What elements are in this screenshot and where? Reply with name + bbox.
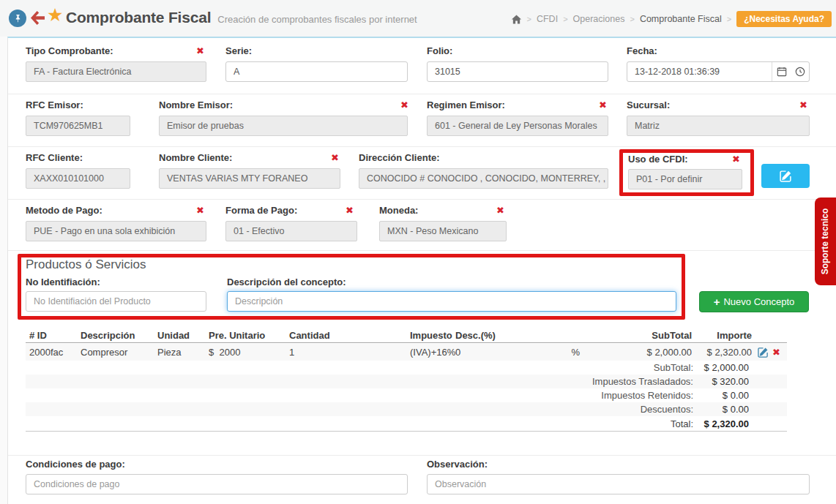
row-pre-unitario[interactable]: $ 2000: [209, 347, 289, 358]
required-icon: ✖: [732, 154, 740, 165]
forma-pago-label: Forma de Pago:: [225, 205, 297, 216]
nombre-cliente-field[interactable]: VENTAS VARIAS MTY FORANEO: [159, 168, 340, 189]
folio-label: Folio:: [427, 45, 452, 56]
summary-value: $ 0.00: [693, 404, 749, 415]
summary-label: Descuentos:: [26, 404, 693, 415]
rfc-emisor-field[interactable]: TCM970625MB1: [26, 116, 130, 136]
edit-cliente-button[interactable]: [761, 164, 810, 188]
folio-input[interactable]: [427, 61, 608, 82]
calendar-icon[interactable]: [772, 67, 791, 77]
pin-icon[interactable]: [9, 10, 26, 27]
pre-unitario-value[interactable]: 2000: [219, 347, 240, 358]
row-cantidad[interactable]: 1: [289, 347, 410, 358]
uso-cfdi-field[interactable]: P01 - Por definir: [628, 169, 742, 189]
required-icon: ✖: [331, 152, 339, 163]
summary-descuentos-row: Descuentos: $ 0.00: [26, 402, 787, 416]
home-icon[interactable]: [511, 14, 522, 25]
sucursal-field[interactable]: Matriz: [627, 116, 810, 136]
col-impuesto: Impuesto: [410, 330, 455, 341]
required-icon: ✖: [196, 205, 204, 216]
condiciones-pago-input[interactable]: [26, 474, 408, 494]
sucursal-label: Sucursal:: [627, 99, 670, 110]
row-descripcion: Compresor: [81, 347, 157, 358]
tipo-comprobante-field[interactable]: FA - Factura Electrónica: [26, 61, 206, 82]
nombre-emisor-label: Nombre Emisor:: [159, 99, 233, 110]
no-identificacion-input[interactable]: [26, 291, 206, 312]
row-divider: [8, 250, 836, 251]
clock-icon[interactable]: [791, 67, 809, 77]
percent-symbol: %: [571, 347, 580, 358]
edit-row-icon[interactable]: [758, 347, 769, 358]
row-unidad: Pieza: [157, 347, 209, 358]
breadcrumb-item-comprobante-fiscal[interactable]: Comprobante Fiscal: [640, 14, 722, 24]
help-button[interactable]: ¿Necesitas Ayuda?: [736, 11, 832, 27]
row-divider: [8, 94, 836, 94]
delete-row-icon[interactable]: ✖: [772, 347, 780, 357]
descripcion-concepto-label: Descripción del concepto:: [227, 277, 346, 287]
fecha-input-group[interactable]: 13-12-2018 01:36:39: [627, 61, 810, 82]
breadcrumb-item-operaciones[interactable]: Operaciones: [573, 14, 625, 24]
nuevo-concepto-label: Nuevo Concepto: [723, 296, 794, 307]
rfc-cliente-label: RFC Cliente:: [26, 152, 83, 163]
moneda-label: Moneda:: [379, 205, 418, 216]
breadcrumb-separator: >: [527, 15, 531, 23]
col-pre-unitario: Pre. Unitario: [209, 330, 289, 341]
plus-icon: +: [714, 296, 720, 308]
summary-label: Impuestos Retenidos:: [26, 390, 693, 401]
moneda-field[interactable]: MXN - Peso Mexicano: [379, 221, 507, 241]
direccion-cliente-label: Dirección Cliente:: [359, 152, 440, 163]
breadcrumb: > CFDI > Operaciones > Comprobante Fisca…: [511, 11, 832, 27]
col-id: # ID: [26, 330, 81, 341]
table-header-row: # ID Descripción Unidad Pre. Unitario Ca…: [26, 328, 787, 343]
observacion-input[interactable]: [427, 474, 810, 494]
star-icon[interactable]: ★: [47, 4, 63, 26]
row-divider: [8, 199, 836, 200]
regimen-emisor-field[interactable]: 601 - General de Ley Personas Morales: [427, 116, 608, 136]
breadcrumb-item-cfdi[interactable]: CFDI: [537, 14, 558, 24]
col-cantidad: Cantidad: [289, 330, 410, 341]
nuevo-concepto-button[interactable]: + Nuevo Concepto: [699, 291, 809, 312]
page-title: Comprobante Fiscal: [66, 9, 211, 26]
top-bar: ★ Comprobante Fiscal Creación de comprob…: [0, 0, 836, 37]
summary-label: Impuestos Trasladados:: [26, 376, 693, 387]
nombre-cliente-label: Nombre Cliente:: [159, 152, 232, 163]
page-title-group: Comprobante Fiscal Creación de comproban…: [66, 9, 417, 26]
regimen-emisor-label: Regimen Emisor:: [427, 99, 505, 110]
page-subtitle: Creación de comprobantes fiscales por in…: [217, 14, 417, 25]
required-icon: ✖: [599, 99, 607, 110]
row-divider: [8, 455, 836, 456]
direccion-cliente-field[interactable]: CONOCIDO # CONOCIDO , CONOCIDO, MONTERRE…: [359, 168, 608, 189]
fecha-value[interactable]: 13-12-2018 01:36:39: [627, 62, 772, 81]
nombre-emisor-field[interactable]: Emisor de pruebas: [159, 116, 408, 136]
summary-value: $ 2,000.00: [693, 362, 749, 373]
summary-trasladados-row: Impuestos Trasladados: $ 320.00: [26, 375, 787, 388]
col-descuento: Desc.(%): [455, 330, 582, 341]
observacion-label: Observación:: [427, 459, 488, 470]
row-divider: [8, 146, 836, 147]
summary-label: Total:: [26, 418, 693, 429]
breadcrumb-separator: >: [563, 15, 567, 23]
col-unidad: Unidad: [157, 330, 209, 341]
fecha-label: Fecha:: [627, 45, 657, 56]
table-row: 2000fac Compresor Pieza $ 2000 1 (IVA)+1…: [26, 344, 787, 361]
row-descuento[interactable]: 0%: [455, 347, 582, 358]
col-importe: Importe: [692, 330, 752, 341]
summary-subtotal-row: SubTotal: $ 2,000.00: [26, 361, 787, 375]
descuento-value[interactable]: 0: [455, 347, 460, 358]
row-subtotal: $ 2,000.00: [582, 347, 692, 358]
tipo-comprobante-label: Tipo Comprobante:: [26, 45, 113, 56]
breadcrumb-separator: >: [630, 15, 634, 23]
edit-icon: [780, 170, 792, 182]
rfc-cliente-field[interactable]: XAXX010101000: [26, 168, 130, 189]
descripcion-concepto-input[interactable]: [227, 291, 676, 312]
forma-pago-field[interactable]: 01 - Efectivo: [225, 221, 357, 241]
soporte-tecnico-label: Soporte tecnico: [821, 208, 831, 275]
summary-retenidos-row: Impuestos Retenidos: $ 0.00: [26, 388, 787, 402]
metodo-pago-field[interactable]: PUE - Pago en una sola exhibición: [26, 221, 206, 241]
back-arrow-icon[interactable]: [30, 11, 45, 28]
summary-value: $ 2,320.00: [693, 418, 749, 429]
col-subtotal: SubTotal: [582, 330, 692, 341]
serie-input[interactable]: [225, 61, 408, 82]
required-icon: ✖: [400, 99, 408, 110]
soporte-tecnico-tab[interactable]: Soporte tecnico: [815, 198, 836, 285]
